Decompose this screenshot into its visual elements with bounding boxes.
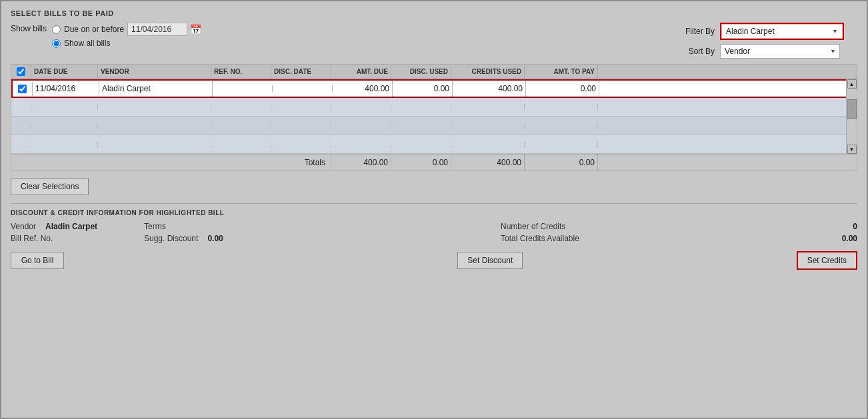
section-title: SELECT BILLS TO BE PAID xyxy=(11,9,857,17)
td-date-due: 11/04/2016 xyxy=(33,81,99,97)
td-disc-used: 0.00 xyxy=(393,81,453,97)
empty-td-22 xyxy=(391,141,451,148)
empty-td-10 xyxy=(98,123,211,129)
show-all-bills-radio[interactable] xyxy=(52,39,61,48)
table-body-wrapper: 11/04/2016 Aladin Carpet 400.00 0.00 400… xyxy=(11,79,857,154)
th-ref-no: REF. NO. xyxy=(211,65,271,78)
sort-select[interactable]: Vendor Due Date Amount Due xyxy=(720,44,840,59)
show-all-bills-label: Show all bills xyxy=(64,39,110,48)
totals-amt-to-pay: 0.00 xyxy=(525,155,598,171)
empty-td-6 xyxy=(391,104,451,111)
bill-ref-label: Bill Ref. No. xyxy=(11,234,58,243)
empty-td-24 xyxy=(525,141,598,148)
show-bills-label: Show bills xyxy=(11,24,47,33)
set-discount-button[interactable]: Set Discount xyxy=(457,252,523,269)
empty-checkbox-cell-3 xyxy=(11,142,31,147)
empty-td-20 xyxy=(271,141,331,148)
empty-td-7 xyxy=(451,104,525,111)
show-all-bills-row: Show all bills xyxy=(52,39,201,48)
sort-row: Sort By Vendor Due Date Amount Due xyxy=(681,44,844,59)
scrollbar-up-arrow[interactable]: ▲ xyxy=(847,79,857,89)
filter-label: Filter By xyxy=(681,27,715,36)
td-ref-no xyxy=(213,85,273,92)
clear-selections-area: Clear Selections xyxy=(11,178,857,195)
totals-label: Totals xyxy=(11,155,331,171)
bill-ref-row: Bill Ref. No. xyxy=(11,234,144,243)
vendor-row: Vendor Aladin Carpet xyxy=(11,222,144,231)
calendar-icon[interactable]: 📅 xyxy=(190,24,201,35)
filter-sort-area: Filter By Aladin Carpet All Vendors Sort… xyxy=(681,23,844,59)
set-credits-button[interactable]: Set Credits xyxy=(797,251,857,270)
td-vendor: Aladin Carpet xyxy=(99,81,213,97)
show-bills-area: Show bills Due on or before 📅 Show all b… xyxy=(11,23,201,48)
empty-td-8 xyxy=(525,104,598,111)
empty-td-12 xyxy=(271,123,331,129)
table-row-empty-2 xyxy=(11,117,857,135)
go-to-bill-button[interactable]: Go to Bill xyxy=(11,252,64,269)
total-credits-row: Total Credits Available 0.00 xyxy=(501,234,857,243)
empty-td-19 xyxy=(211,141,271,148)
empty-td-14 xyxy=(391,123,451,129)
table-header: DATE DUE VENDOR REF. NO. DISC. DATE AMT.… xyxy=(11,65,857,79)
row-checkbox-cell xyxy=(13,82,33,96)
bottom-left-col: Vendor Aladin Carpet Bill Ref. No. xyxy=(11,222,144,243)
totals-credits-used: 400.00 xyxy=(451,155,525,171)
empty-td-13 xyxy=(331,123,391,129)
empty-checkbox-cell-1 xyxy=(11,105,31,110)
header-checkbox-cell xyxy=(11,65,31,79)
radio-group: Due on or before 📅 Show all bills xyxy=(52,23,201,48)
date-input[interactable] xyxy=(127,23,187,36)
empty-td-9 xyxy=(31,123,98,129)
th-amt-to-pay: AMT. TO PAY xyxy=(525,65,598,78)
total-credits-label: Total Credits Available xyxy=(501,234,585,243)
row-checkbox[interactable] xyxy=(18,85,27,93)
bottom-info-grid: Vendor Aladin Carpet Bill Ref. No. Terms… xyxy=(11,222,857,243)
top-area: Show bills Due on or before 📅 Show all b… xyxy=(11,23,857,59)
terms-label: Terms xyxy=(144,222,171,231)
td-amt-to-pay: 0.00 xyxy=(526,81,599,97)
vendor-label: Vendor xyxy=(11,222,41,231)
th-disc-date: DISC. DATE xyxy=(271,65,331,78)
empty-td-21 xyxy=(331,141,391,148)
td-disc-date xyxy=(273,85,333,92)
sugg-discount-value: 0.00 xyxy=(207,234,223,243)
num-credits-row: Number of Credits 0 xyxy=(501,222,857,231)
bottom-title: DISCOUNT & CREDIT INFORMATION FOR HIGHLI… xyxy=(11,209,857,216)
empty-td-4 xyxy=(271,104,331,111)
num-credits-value: 0 xyxy=(853,222,857,231)
totals-disc-used: 0.00 xyxy=(391,155,451,171)
scrollbar-down-arrow[interactable]: ▼ xyxy=(847,145,857,154)
empty-td-18 xyxy=(98,141,211,148)
filter-select-wrapper: Aladin Carpet All Vendors xyxy=(720,23,844,40)
bills-table: DATE DUE VENDOR REF. NO. DISC. DATE AMT.… xyxy=(11,64,857,171)
scrollbar[interactable]: ▲ ▼ xyxy=(846,79,857,154)
header-checkbox[interactable] xyxy=(17,67,25,76)
empty-td-17 xyxy=(31,141,98,148)
th-date-due: DATE DUE xyxy=(31,65,98,78)
sort-label: Sort By xyxy=(681,47,715,56)
empty-td-5 xyxy=(331,104,391,111)
scrollbar-thumb[interactable] xyxy=(847,99,857,119)
due-on-before-radio[interactable] xyxy=(52,25,61,34)
empty-td-2 xyxy=(98,104,211,111)
empty-td-15 xyxy=(451,123,525,129)
th-credits-used: CREDITS USED xyxy=(451,65,525,78)
table-row[interactable]: 11/04/2016 Aladin Carpet 400.00 0.00 400… xyxy=(11,79,857,98)
vendor-value: Aladin Carpet xyxy=(45,222,117,231)
empty-td-3 xyxy=(211,104,271,111)
th-amt-due: AMT. DUE xyxy=(331,65,391,78)
filter-select[interactable]: Aladin Carpet All Vendors xyxy=(722,25,842,38)
bottom-section: DISCOUNT & CREDIT INFORMATION FOR HIGHLI… xyxy=(11,203,857,270)
clear-selections-button[interactable]: Clear Selections xyxy=(11,178,89,195)
empty-checkbox-cell-2 xyxy=(11,123,31,129)
td-amt-due: 400.00 xyxy=(333,81,393,97)
empty-td-23 xyxy=(451,141,525,148)
table-row-empty-3 xyxy=(11,135,857,154)
due-on-before-label: Due on or before xyxy=(64,25,124,34)
empty-td-1 xyxy=(31,104,98,111)
td-credits-used: 400.00 xyxy=(453,81,526,97)
filter-select-container: Aladin Carpet All Vendors xyxy=(722,25,842,38)
date-input-wrapper: 📅 xyxy=(127,23,201,36)
num-credits-label: Number of Credits xyxy=(501,222,571,231)
main-container: SELECT BILLS TO BE PAID Show bills Due o… xyxy=(0,0,868,419)
